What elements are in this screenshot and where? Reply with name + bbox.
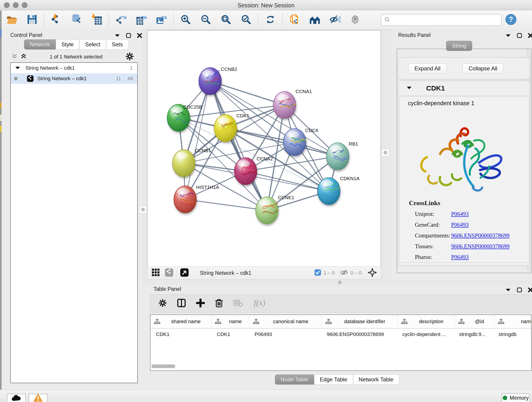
node-CCNA2[interactable] <box>234 158 257 185</box>
crosslink-value-link[interactable]: 9606.ENSP00000378699 <box>451 232 510 239</box>
tab-style[interactable]: Style <box>56 39 79 50</box>
table-cell[interactable]: cyclin-dependent ... <box>397 332 454 337</box>
hidden-elements-icon[interactable] <box>341 269 348 277</box>
results-panel-close-icon[interactable] <box>528 33 532 38</box>
column-header-description[interactable]: description <box>398 315 455 328</box>
network-row[interactable]: String Network – cdk1 11 48 <box>11 73 137 84</box>
column-header-namespace[interactable]: namespace <box>494 315 532 328</box>
network-collection-row[interactable]: String Network – cdk1 1 <box>11 63 137 73</box>
table-hscrollbar-thumb[interactable] <box>152 364 175 368</box>
crosslink-value-link[interactable]: P06493 <box>451 211 469 217</box>
node-RB1[interactable] <box>326 143 349 170</box>
section-collapse-icon[interactable] <box>406 86 412 90</box>
expand-all-networks-icon[interactable] <box>21 53 27 60</box>
import-network-button[interactable] <box>51 14 62 26</box>
edge-CCNB2-CCNE1[interactable] <box>210 81 267 211</box>
column-header-shared-name[interactable]: shared name <box>151 315 211 328</box>
hide-details-button[interactable] <box>329 14 341 26</box>
table-cell[interactable]: 9606.ENSP00000378699 <box>321 332 397 337</box>
birds-eye-grid-icon[interactable] <box>152 269 160 277</box>
tab-sets[interactable]: Sets <box>106 39 128 50</box>
table-panel-float-icon[interactable] <box>505 288 511 292</box>
export-table-button[interactable] <box>135 14 147 26</box>
node-CCNB2[interactable] <box>199 68 221 95</box>
zoom-selected-button[interactable] <box>240 14 252 26</box>
table-row[interactable]: CDK1CDK1P064939606.ENSP00000378699cyclin… <box>151 328 531 340</box>
edge-CCNB2-CCNA1[interactable] <box>210 81 285 105</box>
control-panel-float-icon[interactable] <box>114 34 120 37</box>
fit-content-crosshair-icon[interactable] <box>367 268 377 278</box>
edge-HIST1H1A-CCNE1[interactable] <box>185 199 267 211</box>
collapse-all-button[interactable]: Collapse All <box>462 64 503 74</box>
network-overview-icon[interactable] <box>165 268 173 278</box>
refresh-network-button[interactable] <box>264 14 276 26</box>
collection-expand-icon[interactable] <box>15 65 20 71</box>
zoom-in-button[interactable] <box>180 14 191 26</box>
control-panel-maximize-icon[interactable] <box>126 33 131 38</box>
column-header-database-identifier[interactable]: database identifier <box>322 315 398 328</box>
network-canvas[interactable]: CCNB2 CCNA1 CDC25B CDK1 CDC6 RB1 <box>147 30 381 267</box>
detach-view-icon[interactable] <box>180 268 189 278</box>
show-columns-icon[interactable] <box>177 298 186 308</box>
search-input[interactable] <box>390 17 499 23</box>
node-CCNA1[interactable] <box>273 91 296 119</box>
left-splitter-handle[interactable] <box>139 206 147 213</box>
node-result-header[interactable]: CDK1 <box>398 81 530 96</box>
table-cell[interactable]: stringdb <box>493 332 532 337</box>
show-all-windows-button[interactable] <box>309 14 321 26</box>
collapse-all-networks-icon[interactable] <box>12 53 17 60</box>
memory-button[interactable]: Memory <box>502 393 530 402</box>
warnings-button[interactable] <box>29 394 47 402</box>
column-header--id[interactable]: @id <box>455 315 494 328</box>
node-CDC6[interactable] <box>283 128 306 156</box>
table-panel-close-icon[interactable] <box>528 287 532 293</box>
tab-network[interactable]: Network <box>24 39 56 50</box>
import-network-database-button[interactable] <box>70 14 82 26</box>
column-header-name[interactable]: name <box>211 315 249 328</box>
tab-edge-table[interactable]: Edge Table <box>314 375 353 385</box>
show-details-button[interactable] <box>349 14 361 26</box>
save-session-button[interactable] <box>26 14 38 26</box>
add-column-icon[interactable] <box>196 299 205 308</box>
cloud-status-button[interactable] <box>7 394 26 402</box>
node-HIST1H1A[interactable] <box>174 186 196 213</box>
crosslink-value-link[interactable]: P06493 <box>451 222 469 228</box>
right-splitter-handle[interactable] <box>382 149 389 156</box>
results-panel-maximize-icon[interactable] <box>517 33 522 38</box>
table-cell[interactable]: stringdb:9... <box>454 332 493 337</box>
table-panel-maximize-icon[interactable] <box>517 287 522 293</box>
export-image-button[interactable] <box>155 14 167 26</box>
tab-network-table[interactable]: Network Table <box>353 375 399 385</box>
network-options-gear-icon[interactable] <box>126 52 134 61</box>
tab-node-table[interactable]: Node Table <box>275 375 314 385</box>
expand-all-button[interactable]: Expand All <box>408 64 447 74</box>
zoom-fit-button[interactable] <box>220 14 232 26</box>
node-CCNE1[interactable] <box>256 197 278 224</box>
table-options-gear-icon[interactable] <box>158 299 167 308</box>
clone-network-button[interactable] <box>289 14 301 26</box>
import-table-button[interactable] <box>91 14 103 26</box>
table-hscrollbar[interactable] <box>152 364 530 368</box>
column-header-canonical-name[interactable]: canonical name <box>249 315 322 328</box>
tab-select[interactable]: Select <box>79 39 106 50</box>
table-cell[interactable]: CDK1 <box>151 332 211 337</box>
crosslink-value-link[interactable]: 9606.ENSP00000378699 <box>451 243 510 249</box>
table-cell[interactable]: CDK1 <box>211 332 249 337</box>
search-field[interactable] <box>381 14 502 26</box>
open-session-button[interactable] <box>6 14 18 26</box>
edge-CCNA2-CDKN1A[interactable] <box>246 171 329 191</box>
edge-sliver <box>0 103 2 108</box>
zoom-out-button[interactable] <box>200 14 212 26</box>
horizontal-splitter-handle[interactable] <box>338 281 342 284</box>
export-network-button[interactable] <box>115 14 127 26</box>
results-panel-float-icon[interactable] <box>505 34 511 37</box>
delete-column-icon[interactable] <box>215 298 223 308</box>
selected-elements-icon[interactable] <box>314 269 321 277</box>
crosslink-value-link[interactable]: P06493 <box>451 254 469 260</box>
node-CCNB1[interactable] <box>172 150 195 177</box>
control-panel-close-icon[interactable] <box>137 33 142 38</box>
tab-string[interactable]: String <box>446 41 472 51</box>
table-cell[interactable]: P06493 <box>249 332 321 337</box>
node-CDKN1A[interactable] <box>317 178 340 205</box>
help-button[interactable]: ? <box>505 14 517 26</box>
